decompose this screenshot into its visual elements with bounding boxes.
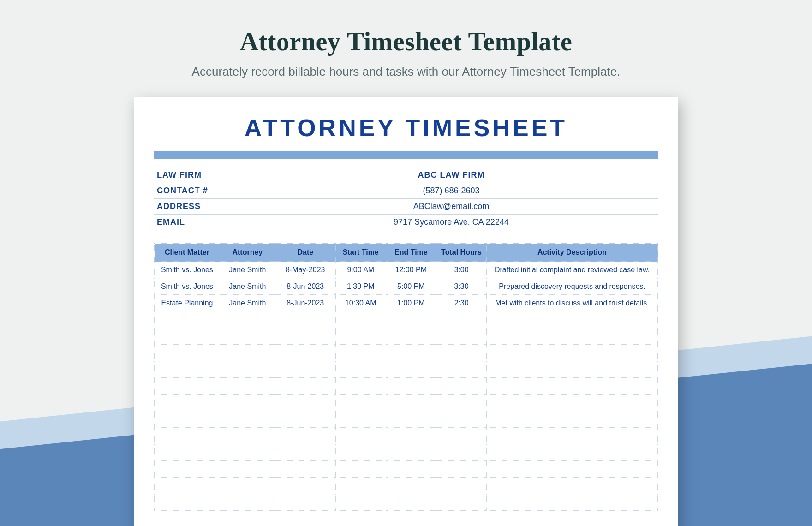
info-row: LAW FIRMABC LAW FIRM <box>154 167 658 183</box>
info-value: (587) 686-2603 <box>245 186 658 196</box>
page-subtitle: Accurately record billable hours and tas… <box>0 65 812 79</box>
info-row: CONTACT #(587) 686-2603 <box>154 183 658 199</box>
cell-empty <box>386 394 436 411</box>
table-row-empty <box>155 345 658 361</box>
sheet-title: ATTORNEY TIMESHEET <box>154 114 658 142</box>
cell-empty <box>436 345 486 361</box>
cell-client: Smith vs. Jones <box>155 278 220 295</box>
cell-empty <box>275 428 335 444</box>
cell-empty <box>436 328 486 345</box>
cell-empty <box>487 361 658 378</box>
col-header: Activity Description <box>487 244 658 262</box>
cell-empty <box>275 328 335 345</box>
cell-empty <box>487 444 658 461</box>
cell-desc: Prepared discovery requests and response… <box>487 278 658 295</box>
cell-total: 3:00 <box>436 262 486 278</box>
cell-empty <box>386 328 436 345</box>
cell-empty <box>275 378 335 394</box>
col-header: Client Matter <box>155 244 220 262</box>
cell-start: 9:00 AM <box>335 262 386 278</box>
cell-empty <box>275 345 335 361</box>
cell-empty <box>436 311 486 328</box>
table-row-empty <box>155 361 658 378</box>
cell-empty <box>335 494 386 511</box>
info-value: 9717 Sycamore Ave. CA 22244 <box>245 217 658 227</box>
timesheet-table: Client MatterAttorneyDateStart TimeEnd T… <box>154 243 658 511</box>
cell-empty <box>220 361 275 378</box>
table-row-empty <box>155 411 658 428</box>
cell-client: Smith vs. Jones <box>155 262 220 278</box>
cell-empty <box>155 345 220 361</box>
cell-empty <box>275 478 335 494</box>
cell-empty <box>155 411 220 428</box>
cell-empty <box>275 411 335 428</box>
cell-empty <box>386 461 436 478</box>
cell-empty <box>335 478 386 494</box>
cell-date: 8-May-2023 <box>275 262 335 278</box>
cell-end: 1:00 PM <box>386 295 436 311</box>
cell-empty <box>436 428 486 444</box>
cell-empty <box>335 411 386 428</box>
cell-empty <box>155 328 220 345</box>
cell-empty <box>386 311 436 328</box>
cell-empty <box>386 478 436 494</box>
col-header: Date <box>275 244 335 262</box>
info-value: ABC LAW FIRM <box>245 170 658 180</box>
info-row: ADDRESSABClaw@email.com <box>154 199 658 215</box>
cell-empty <box>335 311 386 328</box>
cell-empty <box>275 461 335 478</box>
table-row-empty <box>155 494 658 511</box>
info-label: EMAIL <box>157 217 245 227</box>
cell-empty <box>155 494 220 511</box>
cell-empty <box>335 328 386 345</box>
cell-empty <box>220 428 275 444</box>
cell-empty <box>335 361 386 378</box>
cell-empty <box>436 411 486 428</box>
cell-empty <box>220 461 275 478</box>
cell-empty <box>220 311 275 328</box>
cell-empty <box>335 428 386 444</box>
cell-total: 3:30 <box>436 278 486 295</box>
timesheet-document: ATTORNEY TIMESHEET LAW FIRMABC LAW FIRMC… <box>134 97 678 526</box>
cell-empty <box>155 378 220 394</box>
timesheet-grid-wrap: Client MatterAttorneyDateStart TimeEnd T… <box>154 243 658 511</box>
cell-empty <box>487 478 658 494</box>
col-header: Total Hours <box>436 244 486 262</box>
info-value: ABClaw@email.com <box>245 202 658 211</box>
cell-end: 5:00 PM <box>386 278 436 295</box>
table-row-empty <box>155 328 658 345</box>
cell-empty <box>436 378 486 394</box>
cell-empty <box>386 345 436 361</box>
info-label: CONTACT # <box>157 186 245 196</box>
table-row-empty <box>155 378 658 394</box>
cell-start: 10:30 AM <box>335 295 386 311</box>
cell-empty <box>487 345 658 361</box>
table-row-empty <box>155 461 658 478</box>
cell-date: 8-Jun-2023 <box>275 295 335 311</box>
cell-empty <box>335 394 386 411</box>
cell-empty <box>386 361 436 378</box>
cell-empty <box>155 361 220 378</box>
cell-empty <box>220 345 275 361</box>
table-row: Estate PlanningJane Smith8-Jun-202310:30… <box>155 295 658 311</box>
cell-empty <box>275 311 335 328</box>
cell-empty <box>155 394 220 411</box>
cell-empty <box>436 494 486 511</box>
cell-empty <box>436 394 486 411</box>
cell-empty <box>487 378 658 394</box>
cell-empty <box>155 311 220 328</box>
cell-empty <box>220 494 275 511</box>
cell-empty <box>436 478 486 494</box>
cell-total: 2:30 <box>436 295 486 311</box>
cell-empty <box>487 328 658 345</box>
cell-attorney: Jane Smith <box>220 278 275 295</box>
col-header: End Time <box>386 244 436 262</box>
table-header-row: Client MatterAttorneyDateStart TimeEnd T… <box>155 244 658 262</box>
cell-empty <box>386 378 436 394</box>
cell-empty <box>155 478 220 494</box>
cell-empty <box>155 428 220 444</box>
info-label: LAW FIRM <box>157 170 245 180</box>
table-row-empty <box>155 394 658 411</box>
cell-empty <box>335 461 386 478</box>
table-row-empty <box>155 428 658 444</box>
